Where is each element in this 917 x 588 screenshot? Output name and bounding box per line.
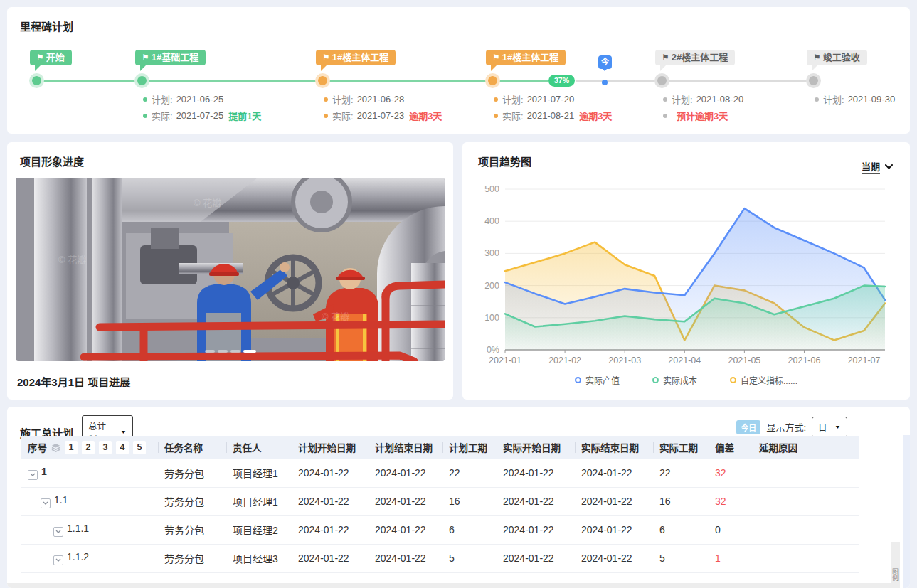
level-chip-1[interactable]: 1 [65, 441, 78, 454]
display-mode-select[interactable]: 日 ▼ [812, 417, 847, 437]
milestone-node [806, 73, 821, 88]
level-chip-5[interactable]: 5 [133, 441, 146, 454]
milestone-plan-card: 里程碑计划 37%今⚑开始⚑1#基础工程计划:2021-06-25实际:2021… [7, 7, 910, 134]
cell-task: 劳务分包 [158, 515, 226, 544]
flag-icon: ⚑ [322, 53, 330, 63]
plan-card-tools: 今日 显示方式: 日 ▼ [736, 417, 847, 437]
svg-text:0%: 0% [487, 345, 499, 355]
legend-label: 自定义指标...... [741, 374, 797, 386]
level-chip-3[interactable]: 3 [99, 441, 112, 454]
milestone-name: 1#基础工程 [152, 52, 198, 63]
flag-icon: ⚑ [813, 53, 821, 63]
display-mode-label: 显示方式: [766, 420, 806, 434]
column-header-0: 序号12345 [21, 436, 158, 459]
carousel-dot[interactable] [218, 350, 228, 353]
cell-act_end: 2024-01-22 [575, 544, 653, 572]
cell-task: 劳务分包 [158, 544, 226, 572]
milestone-label: ⚑1#楼主体工程 [486, 50, 566, 65]
svg-text:2021-06: 2021-06 [788, 356, 821, 365]
svg-text:© 花瓣: © 花瓣 [322, 311, 349, 322]
cell-plan_end: 2024-01-22 [369, 544, 442, 572]
cell-task: 劳务分包 [158, 459, 226, 487]
table-row: 1.1劳务分包项目经理12024-01-222024-01-22162024-0… [21, 487, 859, 515]
flag-icon: ⚑ [36, 53, 44, 63]
detail-bullet [494, 114, 498, 118]
timeline-todo-segment [576, 80, 813, 82]
cell-plan_days: 22 [442, 459, 497, 487]
detail-bullet [143, 97, 147, 102]
cell-no: 1.1 [21, 487, 158, 515]
cell-owner: 项目经理1 [226, 487, 292, 515]
cell-deviation: 0 [709, 515, 753, 544]
svg-text:© 花瓣: © 花瓣 [58, 255, 86, 265]
project-progress-card: 项目形象进度 [7, 142, 453, 400]
milestone-status: 逾期3天 [409, 109, 442, 122]
expand-toggle[interactable] [53, 555, 63, 565]
cell-owner: 项目经理1 [226, 459, 292, 487]
milestone-node [485, 73, 500, 88]
svg-text:2021-03: 2021-03 [608, 356, 641, 365]
milestone-node [315, 73, 330, 88]
level-chip-4[interactable]: 4 [116, 441, 129, 454]
timeline-done-segment [36, 80, 548, 82]
select-caret-icon: ▼ [834, 424, 841, 430]
period-selector-value: 当期 [862, 159, 880, 174]
carousel-dot[interactable] [243, 350, 256, 353]
cell-plan_start: 2024-01-22 [292, 544, 369, 572]
column-header-1: 任务名称 [158, 436, 226, 459]
cell-no: 1 [21, 459, 158, 487]
cell-act_days: 22 [653, 459, 709, 487]
cell-plan_days: 6 [442, 515, 497, 544]
milestone-name: 竣工验收 [823, 52, 860, 63]
legend-item[interactable]: 自定义指标...... [730, 374, 797, 386]
cell-owner: 项目经理3 [226, 544, 292, 572]
milestone-node [29, 73, 44, 88]
cell-no: 1.1.1 [21, 515, 158, 544]
column-header-5: 计划工期 [442, 436, 497, 459]
photo-caption: 2024年3月1日 项目进展 [17, 374, 130, 389]
detail-bullet [663, 114, 667, 118]
cell-plan_end: 2024-01-22 [369, 487, 442, 515]
level-chip-2[interactable]: 2 [82, 441, 95, 454]
cell-act_days: 16 [653, 487, 709, 515]
legend-side-tab[interactable]: 图例 [891, 568, 899, 581]
milestone-details: 计划:2021-07-20实际:2021-08-21逾期3天 [494, 91, 612, 124]
svg-text:2021-01: 2021-01 [489, 356, 521, 365]
cell-plan_end: 2024-01-22 [369, 515, 442, 544]
column-header-3: 计划开始日期 [292, 436, 369, 459]
today-button[interactable]: 今日 [736, 420, 760, 434]
cell-owner: 项目经理2 [226, 515, 292, 544]
expand-toggle[interactable] [41, 498, 51, 508]
project-trend-card: 项目趋势图 当期 0%1002003004005002021-012021-02… [462, 142, 910, 400]
trend-chart: 0%1002003004005002021-012021-022021-0320… [470, 176, 903, 370]
detail-bullet [815, 97, 819, 102]
svg-text:500: 500 [484, 184, 499, 194]
cell-plan_start: 2024-01-22 [292, 459, 369, 487]
expand-toggle[interactable] [53, 527, 63, 537]
display-mode-select-value: 日 [818, 420, 827, 434]
cell-plan_start: 2024-01-22 [292, 515, 369, 544]
today-marker-dot [602, 80, 608, 85]
expand-toggle[interactable] [28, 470, 38, 480]
cell-plan_start: 2024-01-22 [292, 487, 369, 515]
carousel-dot[interactable] [205, 350, 215, 353]
cell-delay_reason [753, 515, 859, 544]
legend-item[interactable]: 实际成本 [652, 374, 697, 386]
carousel-dot[interactable] [230, 350, 240, 353]
legend-item[interactable]: 实际产值 [575, 374, 620, 386]
chevron-down-icon [885, 164, 893, 169]
cell-deviation: 32 [709, 487, 753, 515]
legend-marker [730, 377, 736, 383]
trend-chart-svg: 0%1002003004005002021-012021-022021-0320… [470, 176, 903, 370]
progress-percent-pill: 37% [548, 75, 575, 87]
cell-no: 1.1.2 [21, 544, 158, 572]
milestone-label: ⚑1#基础工程 [135, 50, 206, 65]
horizontal-scrollbar[interactable] [7, 583, 900, 588]
period-selector[interactable]: 当期 [862, 159, 893, 174]
column-header-4: 计划结束日期 [369, 436, 442, 459]
detail-bullet [143, 114, 147, 118]
svg-text:400: 400 [484, 216, 499, 226]
plan-table: 序号12345任务名称责任人计划开始日期计划结束日期计划工期实际开始日期实际结束… [21, 436, 859, 573]
layers-icon [51, 443, 60, 452]
cell-plan_end: 2024-01-22 [369, 459, 442, 487]
